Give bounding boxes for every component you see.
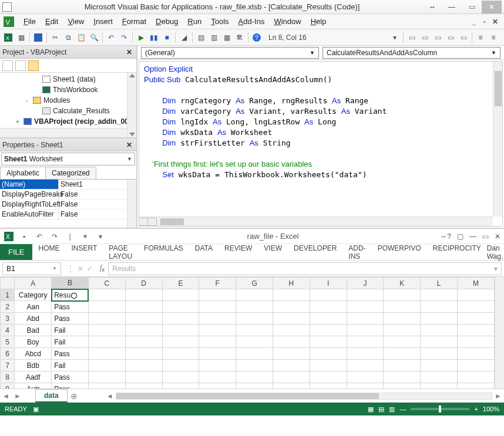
procedure-view-icon[interactable] <box>139 218 148 226</box>
worksheet-grid[interactable]: ABCDEFGHIJKLM1CategoryResu2AanPass3AbdPa… <box>0 277 504 388</box>
macro-record-icon[interactable]: ▣ <box>33 405 39 413</box>
cell[interactable] <box>347 325 384 336</box>
cell[interactable] <box>310 383 347 389</box>
zoom-in-icon[interactable]: + <box>474 405 478 413</box>
cell[interactable] <box>273 301 310 313</box>
cell[interactable] <box>347 360 384 371</box>
cell[interactable]: Bad <box>15 325 52 336</box>
cell[interactable] <box>421 313 458 325</box>
close-button[interactable]: ✕ <box>482 1 502 13</box>
cell[interactable] <box>384 336 421 348</box>
cell[interactable]: Pass <box>52 371 89 383</box>
new-sheet-icon[interactable]: ⊕ <box>68 391 80 401</box>
insert-module-icon[interactable]: ▦ <box>15 32 27 43</box>
column-header[interactable]: D <box>125 278 162 289</box>
cell[interactable] <box>347 313 384 325</box>
property-row[interactable]: (Name)Sheet1 <box>0 180 136 190</box>
tb-extra-3-icon[interactable]: ▭ <box>432 32 443 43</box>
cell[interactable]: Boy <box>15 336 52 348</box>
cell[interactable] <box>273 371 310 383</box>
row-header[interactable]: 2 <box>1 301 15 313</box>
menu-format[interactable]: Format <box>117 16 151 27</box>
object-browser-icon[interactable]: ▦ <box>221 32 233 43</box>
row-header[interactable]: 3 <box>1 313 15 325</box>
redo-icon[interactable]: ↷ <box>118 32 130 43</box>
row-header[interactable]: 6 <box>1 348 15 360</box>
cell[interactable] <box>199 360 236 371</box>
project-explorer-icon[interactable]: ▤ <box>195 32 207 43</box>
cell[interactable] <box>421 336 458 348</box>
tree-item[interactable]: +VBAProject (recip_addin_00 <box>0 116 136 127</box>
cut-icon[interactable]: ✂ <box>49 32 61 43</box>
cell[interactable] <box>199 348 236 360</box>
cell[interactable] <box>458 360 495 371</box>
ribbon-tab-view[interactable]: VIEW <box>258 241 288 264</box>
cell[interactable] <box>162 289 199 301</box>
tb-outdent-icon[interactable]: ≡ <box>488 32 499 43</box>
tree-item[interactable]: -Modules <box>0 95 136 106</box>
cell[interactable] <box>125 289 162 301</box>
save-icon[interactable] <box>32 32 44 43</box>
cell[interactable] <box>162 360 199 371</box>
run-icon[interactable]: ▶ <box>135 32 147 43</box>
cell[interactable] <box>88 360 125 371</box>
properties-close-icon[interactable]: ✕ <box>125 141 134 149</box>
cell[interactable] <box>88 313 125 325</box>
cell[interactable] <box>88 325 125 336</box>
cell[interactable]: Aan <box>15 301 52 313</box>
tree-item[interactable]: Calculate_Results <box>0 106 136 116</box>
cell[interactable] <box>310 325 347 336</box>
ribbon-tab-data[interactable]: DATA <box>189 241 219 264</box>
cell[interactable] <box>236 336 273 348</box>
cell[interactable] <box>310 371 347 383</box>
property-row[interactable]: DisplayPageBreaksFalse <box>0 190 136 200</box>
minimize-button[interactable]: — <box>442 1 462 13</box>
cell[interactable] <box>310 360 347 371</box>
tb-overflow-icon[interactable]: ▾ <box>389 32 401 43</box>
cell[interactable] <box>421 383 458 389</box>
restore-arrows-icon[interactable]: ↔ <box>429 3 436 11</box>
cell[interactable] <box>458 371 495 383</box>
cell[interactable] <box>125 301 162 313</box>
properties-grid[interactable]: (Name)Sheet1DisplayPageBreaksFalseDispla… <box>0 180 136 228</box>
page-break-view-icon[interactable]: ▥ <box>389 405 395 413</box>
cell[interactable] <box>421 371 458 383</box>
property-value[interactable]: Sheet1 <box>59 180 136 189</box>
cell[interactable] <box>88 348 125 360</box>
cell[interactable] <box>273 313 310 325</box>
column-header[interactable]: F <box>199 278 236 289</box>
cell[interactable] <box>273 383 310 389</box>
ribbon-tab-page-layou[interactable]: PAGE LAYOU <box>103 241 138 264</box>
cell[interactable] <box>273 289 310 301</box>
ribbon-tab-home[interactable]: HOME <box>32 241 65 264</box>
cell[interactable]: Fail <box>52 360 89 371</box>
tree-item[interactable]: ThisWorkbook <box>0 85 136 95</box>
cell[interactable] <box>125 371 162 383</box>
tree-scrollbar-horizontal[interactable] <box>0 128 127 137</box>
excel-app-icon[interactable]: X <box>4 231 14 242</box>
menu-edit[interactable]: Edit <box>41 16 63 27</box>
row-header[interactable]: 5 <box>1 336 15 348</box>
code-editor[interactable]: Option Explicit Public Sub CalculateResu… <box>139 61 503 227</box>
cell[interactable] <box>236 371 273 383</box>
cell[interactable] <box>199 371 236 383</box>
mdi-minimize-button[interactable]: _ <box>470 18 478 26</box>
cell[interactable] <box>162 301 199 313</box>
cell[interactable]: Fail <box>52 325 89 336</box>
tree-item[interactable]: Sheet1 (data) <box>0 74 136 85</box>
menu-view[interactable]: View <box>63 16 89 27</box>
toggle-folders-icon[interactable] <box>28 60 39 71</box>
properties-window-icon[interactable]: ▥ <box>208 32 220 43</box>
full-module-view-icon[interactable] <box>147 218 157 226</box>
ribbon-display-icon[interactable]: ▢ <box>457 232 463 241</box>
menu-window[interactable]: Window <box>269 16 305 27</box>
tb-extra-5-icon[interactable]: ▭ <box>458 32 469 43</box>
restore-arrows-icon[interactable]: ↔? <box>440 232 451 241</box>
ribbon-tab-insert[interactable]: INSERT <box>65 241 103 264</box>
column-header[interactable]: H <box>273 278 310 289</box>
property-value[interactable]: False <box>59 200 136 209</box>
cell[interactable]: Pass <box>52 301 89 313</box>
cell[interactable]: Abd <box>15 313 52 325</box>
close-button[interactable]: ✕ <box>495 232 500 241</box>
cancel-icon[interactable]: ✕ <box>78 265 83 273</box>
